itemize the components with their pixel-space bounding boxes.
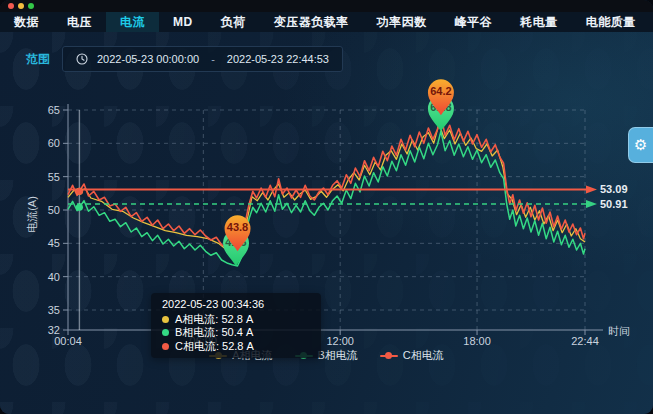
nav-tab-耗电量[interactable]: 耗电量 bbox=[506, 12, 572, 32]
nav-tab-电流[interactable]: 电流 bbox=[106, 12, 159, 32]
nav-tab-变压器负载率[interactable]: 变压器负载率 bbox=[260, 12, 363, 32]
legend-line-dot-marker bbox=[380, 352, 398, 360]
range-end-value: 2022-05-23 22:44:53 bbox=[227, 53, 329, 65]
x-axis-name: 时间 bbox=[608, 324, 630, 339]
chart-legend: A相电流B相电流C相电流 bbox=[68, 348, 585, 363]
nav-tab-数据[interactable]: 数据 bbox=[0, 12, 53, 32]
tooltip-series-value: C相电流: 52.8 A bbox=[175, 340, 254, 354]
tooltip-series-value: A相电流: 52.8 A bbox=[175, 313, 253, 327]
range-separator: - bbox=[208, 53, 218, 65]
legend-label: B相电流 bbox=[318, 348, 358, 363]
nav-tab-电能质量[interactable]: 电能质量 bbox=[572, 12, 650, 32]
y-axis-name: 电流(A) bbox=[25, 196, 40, 233]
legend-label: C相电流 bbox=[403, 348, 444, 363]
close-window-button[interactable] bbox=[8, 3, 14, 9]
nav-tab-峰平谷[interactable]: 峰平谷 bbox=[441, 12, 507, 32]
chart-tooltip: 2022-05-23 00:34:36 A相电流: 52.8 AB相电流: 50… bbox=[151, 293, 321, 358]
tooltip-timestamp: 2022-05-23 00:34:36 bbox=[162, 298, 310, 312]
tooltip-series-dot bbox=[162, 316, 169, 323]
nav-tab-电压[interactable]: 电压 bbox=[53, 12, 106, 32]
tooltip-series-value: B相电流: 50.4 A bbox=[175, 326, 253, 340]
top-nav: 数据电压电流MD负荷变压器负载率功率因数峰平谷耗电量电能质量历史 bbox=[0, 12, 653, 32]
nav-tab-负荷[interactable]: 负荷 bbox=[207, 12, 260, 32]
date-range-input[interactable]: 2022-05-23 00:00:00 - 2022-05-23 22:44:5… bbox=[62, 46, 343, 72]
tooltip-series-dot bbox=[162, 329, 169, 336]
traffic-lights bbox=[8, 3, 34, 9]
window-titlebar bbox=[0, 0, 653, 12]
tooltip-row-A相电流: A相电流: 52.8 A bbox=[162, 313, 310, 327]
minimize-window-button[interactable] bbox=[18, 3, 24, 9]
legend-item-C相电流[interactable]: C相电流 bbox=[380, 348, 444, 363]
app-window: 数据电压电流MD负荷变压器负载率功率因数峰平谷耗电量电能质量历史 范围 2022… bbox=[0, 0, 653, 414]
settings-float-button[interactable]: ⚙ bbox=[628, 127, 653, 163]
clock-icon bbox=[76, 53, 88, 65]
range-start-value: 2022-05-23 00:00:00 bbox=[97, 53, 199, 65]
nav-tab-MD[interactable]: MD bbox=[159, 12, 207, 32]
range-label: 范围 bbox=[26, 51, 50, 68]
tooltip-row-C相电流: C相电流: 52.8 A bbox=[162, 340, 310, 354]
zoom-window-button[interactable] bbox=[28, 3, 34, 9]
tooltip-row-B相电流: B相电流: 50.4 A bbox=[162, 326, 310, 340]
nav-tab-功率因数[interactable]: 功率因数 bbox=[363, 12, 441, 32]
gear-icon: ⚙ bbox=[634, 138, 647, 153]
tooltip-series-dot bbox=[162, 343, 169, 350]
